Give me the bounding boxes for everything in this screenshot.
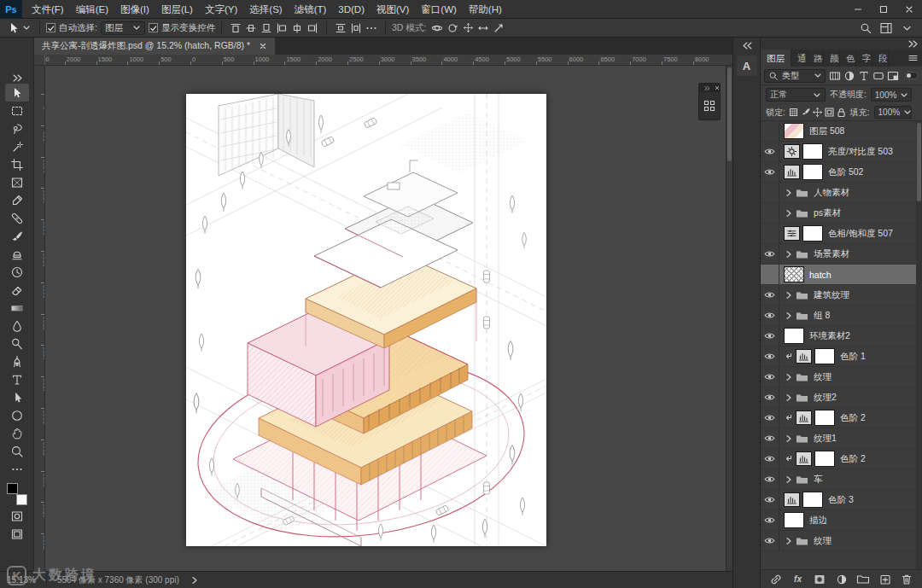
menu-2[interactable]: 图像(I) [114,0,155,19]
menu-5[interactable]: 选择(S) [243,0,288,19]
close-tab-icon[interactable] [259,42,267,50]
collapse-dock-icon[interactable] [907,38,919,49]
canvas-viewport[interactable] [45,66,726,571]
adjust-filter-icon[interactable] [842,68,856,83]
visibility-toggle[interactable] [761,306,779,325]
align-bottom-icon[interactable] [259,20,274,36]
align-right-icon[interactable] [305,20,320,36]
brush-tool[interactable] [5,227,29,245]
layer-row[interactable]: 描边 [761,510,922,531]
background-color-swatch[interactable] [16,494,27,505]
visibility-toggle[interactable] [761,121,779,141]
align-hcenter-icon[interactable] [289,20,305,36]
expand-panels-icon[interactable] [741,40,753,51]
show-transform-checkbox[interactable] [149,23,158,32]
visibility-toggle[interactable] [761,326,779,346]
type-tool[interactable] [5,370,29,388]
layer-mask-thumbnail[interactable] [814,348,835,364]
visibility-toggle[interactable] [761,510,779,530]
panel-tab-6[interactable]: 段落 [872,49,889,67]
layer-row[interactable]: 环境素材2 [761,326,922,346]
v-ruler[interactable]: 0500100015002000250030003500400045005000… [34,66,45,571]
panel-tab-5[interactable]: 字符 [856,49,872,67]
visibility-toggle[interactable] [761,469,779,489]
adjustment-icon[interactable] [784,492,800,507]
layer-mask-thumbnail[interactable] [802,225,823,242]
history-brush-tool[interactable] [5,263,29,281]
blend-mode-dropdown[interactable]: 正常 [766,88,826,102]
adjustment-icon[interactable] [784,226,800,241]
layer-row[interactable]: 色阶 2 [761,449,922,469]
eyedropper-tool[interactable] [5,191,29,209]
menu-6[interactable]: 滤镜(T) [289,0,333,19]
pixel-filter-icon[interactable] [827,68,842,83]
lock-transparent-icon[interactable] [788,106,800,119]
close-button[interactable] [896,0,922,19]
layer-row[interactable]: 色阶 502 [761,162,922,183]
eraser-tool[interactable] [5,281,29,299]
lasso-tool[interactable] [5,119,29,137]
layer-row[interactable]: 色相/饱和度 507 [761,224,922,244]
toolbar-collapse[interactable] [0,72,33,84]
fill-dropdown[interactable]: 100% [874,106,912,119]
ellipsis-icon[interactable] [364,20,379,36]
chevron-down-icon[interactable] [899,20,914,36]
layer-row[interactable]: 纹理2 [761,387,922,408]
visibility-toggle[interactable] [761,162,779,182]
layer-row[interactable]: 车 [761,469,922,490]
visibility-toggle[interactable] [761,346,779,366]
character-panel-button[interactable]: A [737,55,757,76]
chevron-right-icon[interactable] [784,536,793,546]
layer-row[interactable]: 组 8 [761,306,922,326]
layer-thumbnail[interactable] [784,328,804,344]
visibility-toggle[interactable] [761,265,779,284]
panel-tab-1[interactable]: 通道 [791,49,808,67]
align-left-icon[interactable] [274,20,289,36]
scrollbar-thumb[interactable] [917,123,921,201]
visibility-toggle[interactable] [761,367,779,387]
layer-row[interactable]: 人物素材 [761,183,922,203]
visibility-toggle[interactable] [761,203,779,223]
visibility-toggle[interactable] [761,285,779,305]
layer-mask-thumbnail[interactable] [814,410,835,426]
panel-menu-icon[interactable] [904,49,922,67]
chevron-right-icon[interactable] [784,311,793,321]
chevron-right-icon[interactable] [784,208,793,218]
layer-thumbnail[interactable] [784,123,804,139]
edit-toolbar-tool[interactable] [5,460,29,478]
visibility-toggle[interactable] [761,142,779,161]
collapsed-panel-icon[interactable] [703,99,716,113]
scale-3d-icon[interactable] [491,20,506,36]
menu-9[interactable]: 窗口(W) [415,0,463,19]
pan-3d-icon[interactable] [460,20,476,36]
panel-scrollbar[interactable] [916,121,922,569]
object-select-tool[interactable] [5,137,29,155]
orbit-3d-icon[interactable] [429,20,445,36]
shape-filter-icon[interactable] [871,68,885,83]
layer-mask-thumbnail[interactable] [814,451,835,467]
visibility-toggle[interactable] [761,449,779,469]
new-adjustment-button[interactable] [834,572,849,587]
adjustment-icon[interactable] [796,349,812,364]
lock-position-icon[interactable] [812,106,824,119]
panel-tab-4[interactable]: 色板 [840,49,856,67]
auto-select-toggle[interactable]: 自动选择: [46,22,97,34]
new-layer-button[interactable] [878,572,893,587]
auto-select-target-dropdown[interactable]: 图层 [101,21,145,35]
frame-tool[interactable] [5,173,29,191]
minimize-button[interactable] [845,0,871,19]
layer-row[interactable]: 纹理 [761,367,922,387]
zoom-tool[interactable] [5,442,29,460]
layer-row[interactable]: 图层 508 [761,121,922,142]
search-icon[interactable] [858,20,873,36]
status-menu-arrow-icon[interactable] [190,575,199,585]
clone-stamp-tool[interactable] [5,245,29,263]
menu-10[interactable]: 帮助(H) [463,0,508,19]
layer-row[interactable]: 色阶 3 [761,490,922,510]
opacity-dropdown[interactable]: 100% [871,88,912,102]
menu-3[interactable]: 图层(L) [155,0,199,19]
collapse-icon[interactable] [703,84,710,91]
chevron-right-icon[interactable] [784,188,793,198]
close-icon[interactable] [715,85,721,91]
visibility-toggle[interactable] [761,183,779,202]
